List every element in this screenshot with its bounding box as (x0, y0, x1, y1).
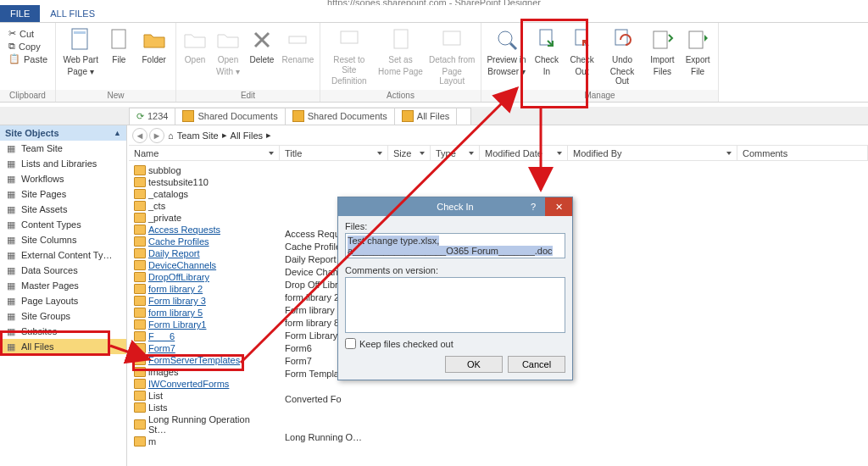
export-button[interactable]: ExportFile (682, 26, 713, 76)
delete-button[interactable]: Delete (248, 26, 276, 65)
tree-item[interactable]: _catalogs (134, 188, 270, 200)
files-list[interactable]: Test change type.xlsx, a________________… (345, 233, 565, 258)
tree-item[interactable]: _private (134, 212, 270, 224)
folder-icon (134, 343, 146, 353)
tree-item[interactable]: Long Running Operation St… (134, 413, 270, 435)
sidebar-item-content-types[interactable]: ▦Content Types (0, 217, 126, 232)
tree-item[interactable]: images (134, 366, 270, 378)
dialog-title: Check In ? ✕ (338, 197, 572, 216)
sidebar-item-lists-and-libraries[interactable]: ▦Lists and Libraries (0, 156, 126, 171)
menu-tabs: FILE ALL FILES (0, 5, 868, 23)
rename-button[interactable]: Rename (281, 26, 314, 65)
tree-item[interactable]: List (134, 390, 270, 402)
col-modby[interactable]: Modified By (568, 146, 737, 160)
folder-button[interactable]: Folder (137, 26, 170, 65)
webpart-page-button[interactable]: Web PartPage ▾ (61, 26, 100, 76)
tree-item[interactable]: form library 5 (134, 307, 270, 319)
openwith-icon (214, 26, 242, 53)
doc-tab-1234[interactable]: ⟳1234 (129, 108, 175, 125)
tree-item[interactable]: form library 2 (134, 283, 270, 295)
nav-icon: ▦ (5, 158, 17, 169)
sidebar-item-all-files[interactable]: ▦All Files (0, 339, 126, 354)
sidebar-item-team-site[interactable]: ▦Team Site (0, 141, 126, 156)
breadcrumb-path[interactable]: All Files (231, 130, 264, 141)
tree-item[interactable]: Form library 3 (134, 295, 270, 307)
doc-tab-shared1[interactable]: Shared Documents (175, 108, 285, 125)
preview-button[interactable]: Preview inBrowser ▾ (487, 26, 526, 76)
doc-tab-new[interactable] (456, 108, 471, 125)
cancel-button[interactable]: Cancel (508, 356, 565, 373)
import-button[interactable]: ImportFiles (648, 26, 678, 76)
sethome-button[interactable]: Set asHome Page (378, 26, 424, 76)
dialog-help[interactable]: ? (525, 197, 542, 216)
cut-button[interactable]: ✂ Cut (8, 28, 47, 39)
sidebar-item-workflows[interactable]: ▦Workflows (0, 171, 126, 186)
title-cell (285, 177, 454, 190)
folder-icon (134, 391, 146, 401)
tree-item[interactable]: IWConvertedForms (134, 378, 270, 390)
undocheckout-button[interactable]: UndoCheck Out (603, 26, 643, 86)
ok-button[interactable]: OK (445, 356, 503, 373)
column-headers: Name Title Size Type Modified Date Modif… (129, 146, 868, 161)
sidebar-item-site-assets[interactable]: ▦Site Assets (0, 202, 126, 217)
tab-allfiles[interactable]: ALL FILES (40, 5, 105, 22)
checkout-button[interactable]: CheckOut (567, 26, 598, 76)
doc-tab-shared2[interactable]: Shared Documents (285, 108, 395, 125)
tree-item[interactable]: Lists (134, 402, 270, 413)
siteobjects-header[interactable]: Site Objects▲ (0, 125, 126, 141)
checkin-button[interactable]: CheckIn (531, 26, 562, 76)
col-title[interactable]: Title (280, 146, 388, 160)
comments-textarea[interactable] (345, 277, 565, 333)
sidebar-item-site-groups[interactable]: ▦Site Groups (0, 308, 126, 324)
tree-item[interactable]: Form Library1 (134, 319, 270, 330)
tree-item[interactable]: Access Requests (134, 224, 270, 236)
title-cell: Long Running O… (285, 431, 454, 444)
tree-item[interactable]: testsubsite110 (134, 176, 270, 188)
nav-icon: ▦ (5, 264, 17, 276)
clipboard-group: ✂ Cut ⧉ Copy 📋 Paste (5, 26, 51, 66)
group-label-clipboard: Clipboard (0, 90, 55, 102)
tree-item[interactable]: Cache Profiles (134, 236, 270, 247)
breadcrumb-home-icon[interactable]: ⌂ (168, 130, 174, 141)
tree-item[interactable]: FormServerTemplates (134, 354, 270, 366)
paste-button[interactable]: 📋 Paste (8, 53, 47, 64)
breadcrumb-site[interactable]: Team Site (177, 130, 219, 141)
col-name[interactable]: Name (129, 146, 280, 160)
detach-button[interactable]: Detach fromPage Layout (428, 26, 476, 86)
file-button[interactable]: File (105, 26, 132, 65)
col-size[interactable]: Size (388, 146, 431, 160)
sidebar-item-page-layouts[interactable]: ▦Page Layouts (0, 293, 126, 308)
keep-checkedout[interactable] (345, 338, 356, 349)
sidebar-item-master-pages[interactable]: ▦Master Pages (0, 278, 126, 293)
sidebar-item-site-pages[interactable]: ▦Site Pages (0, 186, 126, 202)
col-comments[interactable]: Comments (737, 146, 868, 160)
sidebar-item-data-sources[interactable]: ▦Data Sources (0, 263, 126, 278)
file-icon (105, 26, 132, 53)
tree-item[interactable]: Form7 (134, 342, 270, 354)
openwith-button[interactable]: OpenWith ▾ (214, 26, 242, 76)
dialog-close[interactable]: ✕ (545, 197, 572, 216)
nav-fwd[interactable]: ► (149, 128, 164, 143)
tree-item[interactable]: m (134, 435, 270, 447)
tree-item[interactable]: F___6 (134, 330, 270, 342)
copy-button[interactable]: ⧉ Copy (8, 41, 47, 52)
folder-icon (134, 272, 146, 282)
delete-icon (248, 26, 275, 53)
svg-point-7 (498, 31, 512, 45)
reset-button[interactable]: Reset to SiteDefinition (326, 26, 373, 86)
folder-icon (134, 436, 146, 447)
tab-file[interactable]: FILE (0, 5, 40, 22)
doc-tab-allfiles[interactable]: All Files (394, 108, 458, 125)
nav-back[interactable]: ◄ (132, 128, 147, 143)
sidebar-item-external-content-ty-[interactable]: ▦External Content Ty… (0, 247, 126, 263)
tree-item[interactable]: DeviceChannels (134, 259, 270, 271)
col-moddate[interactable]: Modified Date (480, 146, 568, 160)
tree-item[interactable]: subblog (134, 164, 270, 176)
open-button[interactable]: Open (181, 26, 209, 65)
tree-item[interactable]: DropOffLibrary (134, 271, 270, 283)
tree-item[interactable]: _cts (134, 200, 270, 212)
sidebar-item-site-columns[interactable]: ▦Site Columns (0, 232, 126, 247)
col-type[interactable]: Type (431, 146, 480, 160)
tree-item[interactable]: Daily Report (134, 247, 270, 259)
sidebar-item-subsites[interactable]: ▦Subsites (0, 324, 126, 339)
